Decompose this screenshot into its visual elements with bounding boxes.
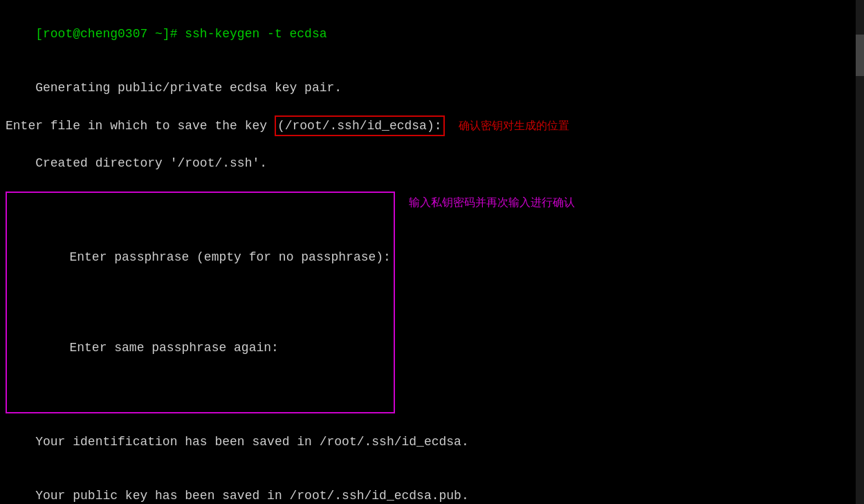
passphrase1-line: Enter passphrase (empty for no passphras…	[10, 230, 391, 284]
generating-line: Generating public/private ecdsa key pair…	[6, 61, 858, 115]
passphrase2-line: Enter same passphrase again:	[10, 321, 391, 375]
file-path-box: (/root/.ssh/id_ecdsa):	[275, 115, 445, 136]
saved-id-line: Your identification has been saved in /r…	[6, 415, 858, 469]
annotation-passphrase: 输入私钥密码并再次输入进行确认	[409, 194, 575, 210]
annotation-key-location: 确认密钥对生成的位置	[459, 118, 569, 133]
saved-pub-line: Your public key has been saved in /root/…	[6, 469, 858, 504]
scrollbar-track[interactable]	[856, 0, 864, 504]
saved-pub-text: Your public key has been saved in /root/…	[35, 489, 469, 503]
passphrase-lines: Enter passphrase (empty for no passphras…	[6, 190, 858, 413]
terminal-window[interactable]: [root@cheng0307 ~]# ssh-keygen -t ecdsa …	[0, 0, 864, 504]
enter-file-line: Enter file in which to save the key (/ro…	[6, 115, 858, 136]
command-line: [root@cheng0307 ~]# ssh-keygen -t ecdsa	[6, 7, 858, 61]
prompt: [root@cheng0307 ~]# ssh-keygen -t ecdsa	[35, 27, 327, 41]
created-dir-line: Created directory '/root/.ssh'.	[6, 136, 858, 190]
created-dir-text: Created directory '/root/.ssh'.	[35, 156, 267, 170]
saved-id-text: Your identification has been saved in /r…	[35, 435, 469, 449]
generating-text: Generating public/private ecdsa key pair…	[35, 81, 342, 95]
passphrase2-text: Enter same passphrase again:	[69, 341, 278, 355]
passphrase1-text: Enter passphrase (empty for no passphras…	[69, 250, 390, 264]
passphrase-box: Enter passphrase (empty for no passphras…	[6, 192, 395, 413]
scrollbar-thumb[interactable]	[856, 35, 864, 76]
enter-file-prefix: Enter file in which to save the key	[6, 117, 275, 135]
